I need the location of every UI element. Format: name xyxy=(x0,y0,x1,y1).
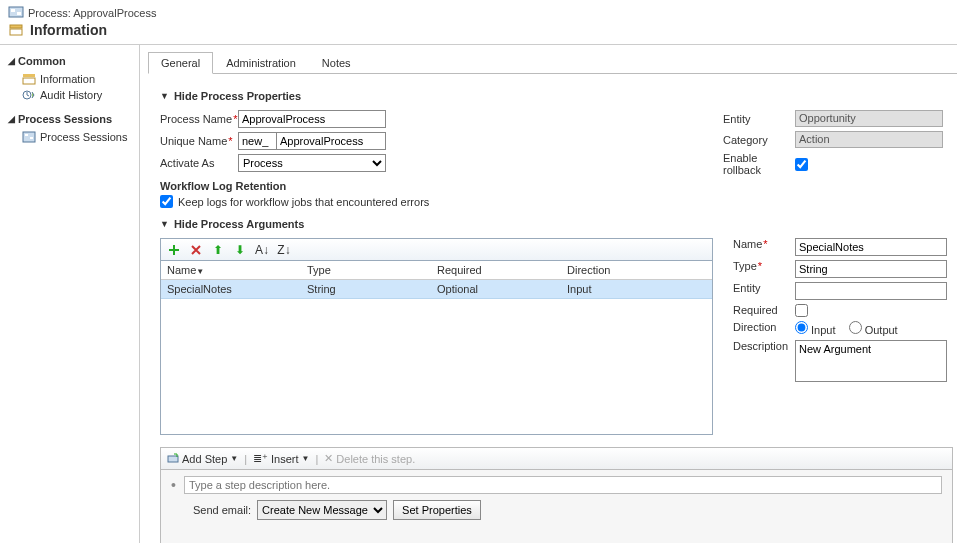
steps-toolbar: Add Step ▼ | ≣⁺ Insert ▼ | ✕ Delete this… xyxy=(161,448,952,470)
category-value: Action xyxy=(795,131,943,148)
svg-rect-10 xyxy=(30,137,33,139)
sidebar-item-audit-history[interactable]: Audit History xyxy=(8,87,131,103)
page-title: Information xyxy=(30,22,107,38)
arg-required-label: Required xyxy=(733,304,795,316)
keep-logs-checkbox[interactable] xyxy=(160,195,173,208)
insert-button[interactable]: ≣⁺ Insert ▼ xyxy=(253,452,309,465)
move-down-icon[interactable]: ⬇ xyxy=(233,243,247,257)
steps-area: Add Step ▼ | ≣⁺ Insert ▼ | ✕ Delete this… xyxy=(160,447,953,543)
sidebar-heading-process-sessions[interactable]: ◢ Process Sessions xyxy=(8,113,131,125)
svg-rect-6 xyxy=(23,78,35,84)
col-name[interactable]: Name▼ xyxy=(161,261,301,279)
arguments-toolbar: ⬆ ⬇ A↓ Z↓ xyxy=(160,238,713,260)
dropdown-caret-icon: ▼ xyxy=(302,454,310,463)
arg-entity-input[interactable] xyxy=(795,282,947,300)
svg-rect-4 xyxy=(10,29,22,35)
entity-value: Opportunity xyxy=(795,110,943,127)
sort-desc-icon[interactable]: Z↓ xyxy=(277,243,291,257)
information-icon xyxy=(8,23,24,37)
main-area: General Administration Notes ▼ Hide Proc… xyxy=(140,45,957,543)
enable-rollback-label: Enable rollback xyxy=(723,152,795,176)
argument-detail-panel: Name* Type* Entity Required xyxy=(733,238,953,435)
set-properties-button[interactable]: Set Properties xyxy=(393,500,481,520)
direction-input-radio[interactable] xyxy=(795,321,808,334)
activate-as-label: Activate As xyxy=(160,157,238,169)
entity-label: Entity xyxy=(723,113,795,125)
arguments-grid-header: Name▼ Type Required Direction xyxy=(161,261,712,280)
arg-name-input[interactable] xyxy=(795,238,947,256)
svg-rect-2 xyxy=(17,12,21,15)
arg-required-checkbox[interactable] xyxy=(795,304,808,317)
cell-name: SpecialNotes xyxy=(161,280,301,298)
audit-history-icon xyxy=(22,89,36,101)
col-direction[interactable]: Direction xyxy=(561,261,681,279)
svg-rect-3 xyxy=(10,25,22,28)
sidebar-item-information[interactable]: Information xyxy=(8,71,131,87)
col-type[interactable]: Type xyxy=(301,261,431,279)
caret-down-icon: ◢ xyxy=(8,56,15,66)
category-label: Category xyxy=(723,134,795,146)
arg-type-input[interactable] xyxy=(795,260,947,278)
arguments-grid: Name▼ Type Required Direction SpecialNot… xyxy=(160,260,713,435)
section-hide-arguments[interactable]: ▼ Hide Process Arguments xyxy=(160,218,953,230)
keep-logs-label: Keep logs for workflow jobs that encount… xyxy=(178,196,429,208)
step-row[interactable]: • xyxy=(171,476,942,494)
section-hide-properties[interactable]: ▼ Hide Process Properties xyxy=(160,90,953,102)
enable-rollback-checkbox[interactable] xyxy=(795,158,808,171)
process-breadcrumb: Process: ApprovalProcess xyxy=(8,6,949,20)
arg-type-label: Type* xyxy=(733,260,795,272)
sidebar: ◢ Common Information Audit History ◢ Pro… xyxy=(0,45,140,543)
sidebar-heading-common[interactable]: ◢ Common xyxy=(8,55,131,67)
arg-direction-label: Direction xyxy=(733,321,795,333)
insert-icon: ≣⁺ xyxy=(253,452,268,465)
arg-description-label: Description xyxy=(733,340,795,352)
process-properties: Process Name* Unique Name* Activate As xyxy=(160,110,953,208)
workflow-log-heading: Workflow Log Retention xyxy=(160,180,429,192)
send-email-select[interactable]: Create New Message xyxy=(257,500,387,520)
activate-as-select[interactable]: Process xyxy=(238,154,386,172)
process-line-text: Process: ApprovalProcess xyxy=(28,7,156,19)
caret-down-icon: ◢ xyxy=(8,114,15,124)
dropdown-caret-icon: ▼ xyxy=(230,454,238,463)
delete-step-button[interactable]: ✕ Delete this step. xyxy=(324,452,415,465)
arguments-grid-row[interactable]: SpecialNotes String Optional Input xyxy=(161,280,712,299)
window-header: Process: ApprovalProcess Information xyxy=(0,0,957,45)
arg-description-textarea[interactable]: New Argument xyxy=(795,340,947,382)
collapse-caret-icon: ▼ xyxy=(160,91,169,101)
cell-required: Optional xyxy=(431,280,561,298)
sort-asc-icon[interactable]: A↓ xyxy=(255,243,269,257)
tab-administration[interactable]: Administration xyxy=(213,52,309,74)
sidebar-item-process-sessions[interactable]: Process Sessions xyxy=(8,129,131,145)
arg-name-label: Name* xyxy=(733,238,795,250)
tab-general[interactable]: General xyxy=(148,52,213,74)
unique-name-input[interactable] xyxy=(276,132,386,150)
step-description-input[interactable] xyxy=(184,476,942,494)
process-icon xyxy=(8,6,24,20)
unique-name-label: Unique Name* xyxy=(160,135,238,147)
tab-notes[interactable]: Notes xyxy=(309,52,364,74)
svg-rect-1 xyxy=(11,9,15,12)
cell-direction: Input xyxy=(561,280,681,298)
add-step-button[interactable]: Add Step ▼ xyxy=(167,452,238,466)
page-title-row: Information xyxy=(8,22,949,38)
add-step-icon xyxy=(167,452,179,466)
delete-icon: ✕ xyxy=(324,452,333,465)
send-email-label: Send email: xyxy=(193,504,251,516)
delete-argument-icon[interactable] xyxy=(189,243,203,257)
tabs: General Administration Notes xyxy=(148,51,957,74)
col-required[interactable]: Required xyxy=(431,261,561,279)
arg-entity-label: Entity xyxy=(733,282,795,294)
add-argument-icon[interactable] xyxy=(167,243,181,257)
information-icon xyxy=(22,73,36,85)
process-name-input[interactable] xyxy=(238,110,386,128)
process-sessions-icon xyxy=(22,131,36,143)
move-up-icon[interactable]: ⬆ xyxy=(211,243,225,257)
step-bullet-icon: • xyxy=(171,477,176,493)
cell-type: String xyxy=(301,280,431,298)
svg-rect-5 xyxy=(23,74,35,77)
unique-name-prefix[interactable] xyxy=(238,132,276,150)
step-action-row: Send email: Create New Message Set Prope… xyxy=(171,500,942,520)
svg-rect-8 xyxy=(23,132,35,142)
collapse-caret-icon: ▼ xyxy=(160,219,169,229)
direction-output-radio[interactable] xyxy=(849,321,862,334)
